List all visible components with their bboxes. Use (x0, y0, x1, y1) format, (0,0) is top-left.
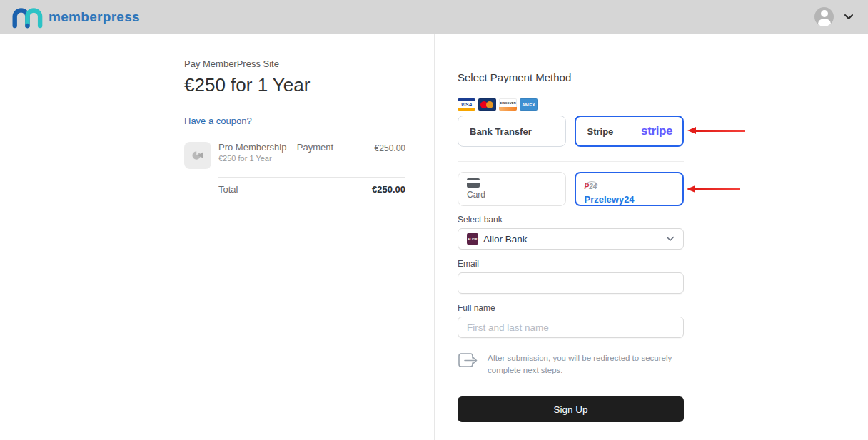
annotation-arrow-przelewy24 (687, 185, 740, 193)
product-thumbnail (184, 142, 211, 169)
memberpress-logo: memberpress (10, 5, 140, 29)
credit-card-icon (467, 178, 480, 188)
order-summary: Pay MemberPress Site €250 for 1 Year Hav… (184, 58, 405, 195)
line-item: Pro Membership – Payment €250 for 1 Year… (184, 142, 405, 169)
site-label: Pay MemberPress Site (184, 58, 405, 69)
product-placeholder-icon (191, 150, 204, 161)
item-term: €250 for 1 Year (218, 154, 375, 163)
sign-up-button[interactable]: Sign Up (458, 396, 684, 422)
p24-logo-icon: P24 (585, 181, 597, 190)
chevron-down-icon[interactable] (844, 14, 854, 20)
total-amount: €250.00 (372, 184, 405, 195)
email-field[interactable] (458, 272, 684, 294)
gateway-stripe[interactable]: Stripe stripe (575, 116, 685, 147)
discover-icon: DISCOVER (499, 98, 517, 111)
redirect-icon (458, 352, 479, 369)
full-name-label: Full name (458, 303, 684, 313)
price-title: €250 for 1 Year (184, 74, 405, 96)
bank-select[interactable]: ALIOR Alior Bank (458, 228, 684, 250)
summary-divider (218, 177, 405, 178)
tab-label: Card (467, 190, 557, 200)
alior-bank-icon: ALIOR (467, 233, 478, 245)
app-header: memberpress (0, 0, 868, 34)
payment-heading: Select Payment Method (458, 71, 684, 83)
gateway-label: Bank Transfer (470, 126, 532, 137)
payment-panel: Select Payment Method VISA DISCOVER AMEX… (458, 71, 684, 422)
column-divider (434, 34, 435, 440)
gateway-bank-transfer[interactable]: Bank Transfer (458, 116, 566, 147)
full-name-field[interactable] (458, 317, 684, 338)
gateway-selector: Bank Transfer Stripe stripe (458, 116, 684, 147)
accepted-cards: VISA DISCOVER AMEX (458, 98, 684, 111)
memberpress-mark-icon (10, 5, 43, 29)
tab-label: Przelewy24 (585, 194, 675, 205)
redirect-note-text: After submission, you will be redirected… (488, 352, 684, 376)
section-divider (458, 161, 684, 162)
stripe-logo: stripe (641, 124, 672, 138)
select-bank-label: Select bank (458, 215, 684, 225)
amex-icon: AMEX (520, 98, 538, 111)
gateway-label: Stripe (587, 126, 614, 137)
user-avatar[interactable] (814, 7, 834, 26)
select-chevron-icon (666, 236, 675, 242)
total-row: Total €250.00 (218, 184, 405, 195)
total-label: Total (218, 184, 238, 195)
item-amount: €250.00 (375, 142, 405, 153)
payment-method-tabs: Card P24 Przelewy24 (458, 172, 684, 206)
mastercard-icon (478, 98, 496, 111)
visa-icon: VISA (458, 98, 475, 111)
tab-przelewy24[interactable]: P24 Przelewy24 (575, 172, 685, 206)
redirect-note: After submission, you will be redirected… (458, 352, 684, 376)
item-name: Pro Membership – Payment (218, 142, 375, 153)
annotation-arrow-stripe (687, 127, 745, 134)
brand-name: memberpress (49, 9, 140, 25)
bank-selected-value: Alior Bank (483, 234, 666, 245)
email-label: Email (458, 259, 684, 269)
coupon-link[interactable]: Have a coupon? (184, 116, 252, 126)
tab-card[interactable]: Card (458, 172, 566, 206)
